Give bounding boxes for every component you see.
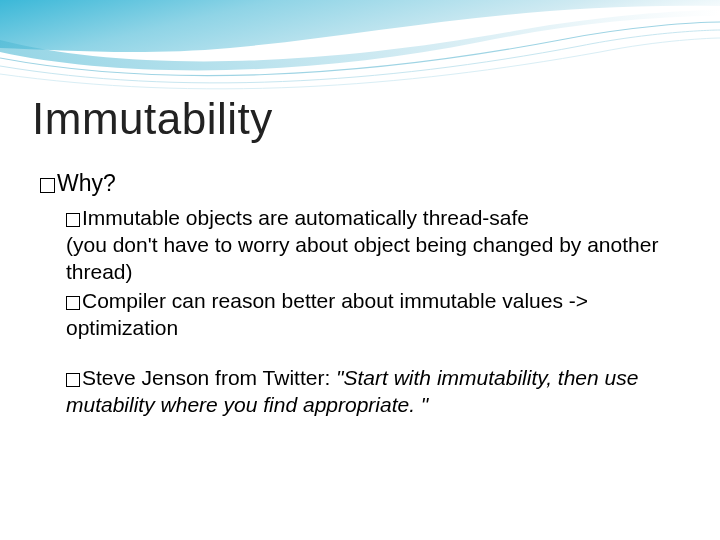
bullet-level2: Steve Jenson from Twitter: "Start with i… [66, 365, 680, 419]
slide-content: Immutability Why? Immutable objects are … [0, 0, 720, 540]
bullet-box-icon [40, 178, 55, 193]
bullet-box-icon [66, 373, 80, 387]
bullet-continuation: (you don't have to worry about object be… [66, 233, 658, 283]
bullet-text: Compiler can reason better about immutab… [66, 289, 588, 339]
bullet-box-icon [66, 213, 80, 227]
bullet-text: Why? [57, 170, 116, 196]
bullet-text: Steve Jenson from Twitter: [82, 366, 336, 389]
bullet-box-icon [66, 296, 80, 310]
bullet-level1: Why? [40, 170, 680, 197]
bullet-level2: Immutable objects are automatically thre… [66, 205, 680, 286]
bullet-text: Immutable objects are automatically thre… [82, 206, 529, 229]
slide-body: Why? Immutable objects are automatically… [40, 170, 680, 421]
bullet-level2: Compiler can reason better about immutab… [66, 288, 680, 342]
slide-title: Immutability [32, 94, 273, 144]
